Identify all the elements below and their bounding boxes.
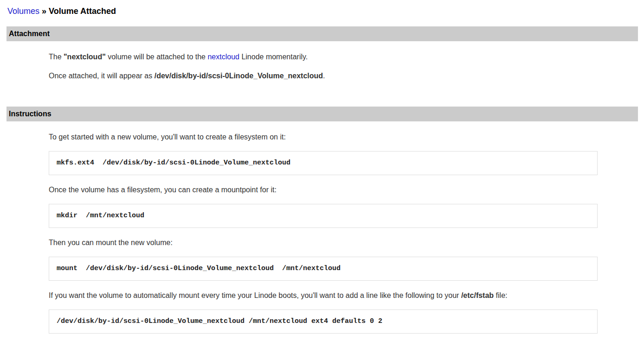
page-title: Volume Attached: [49, 6, 116, 16]
instructions-section-header: Instructions: [6, 107, 638, 121]
instructions-section-title: Instructions: [9, 110, 52, 118]
attachment-message-text: Linode momentarily.: [239, 53, 308, 61]
step3-text: Then you can mount the new volume:: [49, 238, 630, 247]
mkdir-command-code-block: mkdir /mnt/nextcloud: [49, 204, 598, 228]
attachment-message-text: volume will be attached to the: [106, 53, 208, 61]
attachment-message-text: The: [49, 53, 64, 61]
device-path-message: Once attached, it will appear as /dev/di…: [49, 71, 630, 80]
device-path-message-text: Once attached, it will appear as: [49, 72, 155, 80]
device-path-message-text: .: [323, 72, 325, 80]
step2-text: Once the volume has a filesystem, you ca…: [49, 185, 630, 194]
nextcloud-linode-link[interactable]: nextcloud: [207, 53, 239, 61]
attachment-message: The "nextcloud" volume will be attached …: [49, 52, 630, 61]
volume-attached-page: Volumes » Volume Attached Attachment The…: [0, 0, 644, 341]
step1-text: To get started with a new volume, you'll…: [49, 133, 630, 141]
attachment-section-header: Attachment: [6, 26, 638, 41]
breadcrumb-separator: »: [42, 6, 46, 16]
step4-text-part: file:: [494, 291, 507, 299]
volumes-breadcrumb-link[interactable]: Volumes: [7, 6, 39, 16]
instructions-section-body: To get started with a new volume, you'll…: [49, 133, 630, 334]
device-path: /dev/disk/by-id/scsi-0Linode_Volume_next…: [155, 72, 323, 80]
volume-name: "nextcloud": [64, 53, 106, 61]
mount-command-code-block: mount /dev/disk/by-id/scsi-0Linode_Volum…: [49, 257, 598, 281]
mkfs-command-code-block: mkfs.ext4 /dev/disk/by-id/scsi-0Linode_V…: [49, 151, 598, 175]
attachment-section-body: The "nextcloud" volume will be attached …: [49, 52, 630, 80]
fstab-path: /etc/fstab: [461, 291, 494, 299]
step4-text-part: If you want the volume to automatically …: [49, 291, 461, 299]
breadcrumb: Volumes » Volume Attached: [7, 6, 644, 16]
fstab-line-code-block: /dev/disk/by-id/scsi-0Linode_Volume_next…: [49, 309, 598, 334]
step4-text: If you want the volume to automatically …: [49, 291, 630, 300]
attachment-section-title: Attachment: [9, 30, 50, 38]
